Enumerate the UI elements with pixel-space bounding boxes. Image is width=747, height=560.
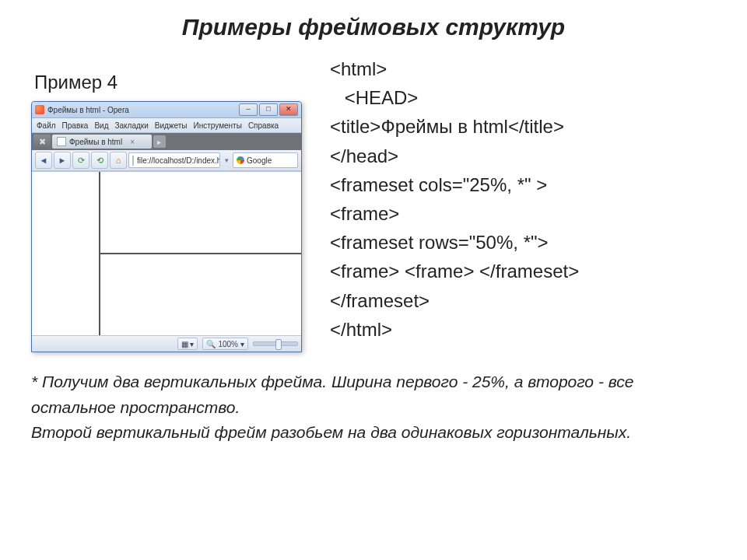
menu-file[interactable]: Файл bbox=[37, 121, 56, 130]
left-column: Пример 4 Фреймы в html - Opera – □ ✕ Фай… bbox=[31, 54, 311, 352]
window-title: Фреймы в html - Opera bbox=[47, 106, 129, 114]
code-line-1: <html> bbox=[330, 54, 716, 83]
tab-active[interactable]: Фреймы в html × bbox=[52, 135, 152, 149]
footnote-line-2: Второй вертикальный фрейм разобьем на дв… bbox=[31, 420, 716, 446]
example-label: Пример 4 bbox=[34, 72, 311, 93]
footnote-line-1: * Получим два вертикальных фрейма. Ширин… bbox=[31, 369, 716, 420]
code-line-9: </frameset> bbox=[330, 286, 716, 315]
code-line-6: <frame> bbox=[330, 199, 716, 228]
titlebar: Фреймы в html - Opera – □ ✕ bbox=[32, 102, 301, 118]
google-icon bbox=[237, 156, 244, 164]
menu-view[interactable]: Вид bbox=[94, 121, 108, 130]
code-line-8: <frame> <frame> </frameset> bbox=[330, 257, 716, 285]
title-left: Фреймы в html - Opera bbox=[35, 105, 129, 114]
code-line-4: </head> bbox=[330, 142, 716, 170]
menu-bookmarks[interactable]: Закладки bbox=[114, 121, 148, 130]
browser-viewport bbox=[32, 171, 301, 335]
menubar: Файл Правка Вид Закладки Виджеты Инструм… bbox=[32, 118, 301, 133]
menu-help[interactable]: Справка bbox=[248, 121, 279, 130]
code-block: <html> <HEAD> <title>Фреймы в html</titl… bbox=[330, 54, 716, 344]
window-controls: – □ ✕ bbox=[239, 103, 298, 116]
menu-widgets[interactable]: Виджеты bbox=[155, 121, 188, 130]
url-text: file://localhost/D:/index.html bbox=[137, 156, 220, 165]
status-chip-1[interactable]: ▦ ▾ bbox=[177, 338, 198, 350]
tab-label: Фреймы в html bbox=[69, 138, 122, 146]
zoom-value: 100% bbox=[218, 340, 238, 348]
zoom-chip[interactable]: 🔍 100% ▾ bbox=[202, 338, 248, 350]
code-line-7: <frameset rows="50%, *"> bbox=[330, 228, 716, 257]
tab-close-icon[interactable]: × bbox=[130, 138, 135, 146]
close-button[interactable]: ✕ bbox=[279, 103, 298, 116]
search-box[interactable]: Google bbox=[233, 152, 298, 168]
frame-right bbox=[100, 172, 301, 335]
tab-new-icon[interactable]: ▸ bbox=[153, 135, 166, 148]
url-page-icon bbox=[132, 156, 134, 166]
search-label: Google bbox=[247, 156, 272, 165]
menu-edit[interactable]: Правка bbox=[62, 121, 89, 130]
page-icon bbox=[57, 137, 66, 146]
page-title: Примеры фреймовых структур bbox=[31, 14, 716, 40]
reload-button[interactable]: ⟳ bbox=[72, 152, 89, 169]
back-button[interactable]: ◄ bbox=[35, 152, 52, 169]
stop-button[interactable]: ⟲ bbox=[91, 152, 108, 169]
statusbar: ▦ ▾ 🔍 100% ▾ bbox=[32, 335, 301, 352]
minimize-button[interactable]: – bbox=[239, 103, 258, 116]
code-line-5: <frameset cols="25%, *" > bbox=[330, 170, 716, 199]
zoom-dropdown-icon[interactable]: ▾ bbox=[240, 340, 244, 348]
zoom-out-icon[interactable]: 🔍 bbox=[206, 340, 216, 348]
footnote: * Получим два вертикальных фрейма. Ширин… bbox=[31, 369, 716, 446]
forward-button[interactable]: ► bbox=[54, 152, 71, 169]
menu-tools[interactable]: Инструменты bbox=[194, 121, 242, 130]
address-bar[interactable]: file://localhost/D:/index.html bbox=[128, 152, 220, 168]
browser-window: Фреймы в html - Opera – □ ✕ Файл Правка … bbox=[31, 101, 302, 352]
home-button[interactable]: ⌂ bbox=[110, 152, 127, 169]
frame-top bbox=[100, 172, 301, 254]
code-line-10: </html> bbox=[330, 315, 716, 344]
tabbar: ✖ Фреймы в html × ▸ bbox=[32, 133, 301, 150]
maximize-button[interactable]: □ bbox=[259, 103, 278, 116]
frame-bottom bbox=[100, 254, 301, 335]
url-dropdown-icon[interactable]: ▾ bbox=[222, 156, 231, 164]
content-row: Пример 4 Фреймы в html - Opera – □ ✕ Фай… bbox=[31, 54, 716, 352]
code-line-3: <title>Фреймы в html</title> bbox=[330, 112, 716, 141]
zoom-slider[interactable] bbox=[253, 341, 298, 346]
opera-icon bbox=[35, 105, 44, 114]
code-line-2: <HEAD> bbox=[330, 83, 716, 112]
tab-tools-icon[interactable]: ✖ bbox=[33, 135, 51, 149]
toolbar: ◄ ► ⟳ ⟲ ⌂ file://localhost/D:/index.html… bbox=[32, 150, 301, 171]
slide: Примеры фреймовых структур Пример 4 Фрей… bbox=[0, 0, 747, 560]
frame-left bbox=[32, 172, 100, 335]
